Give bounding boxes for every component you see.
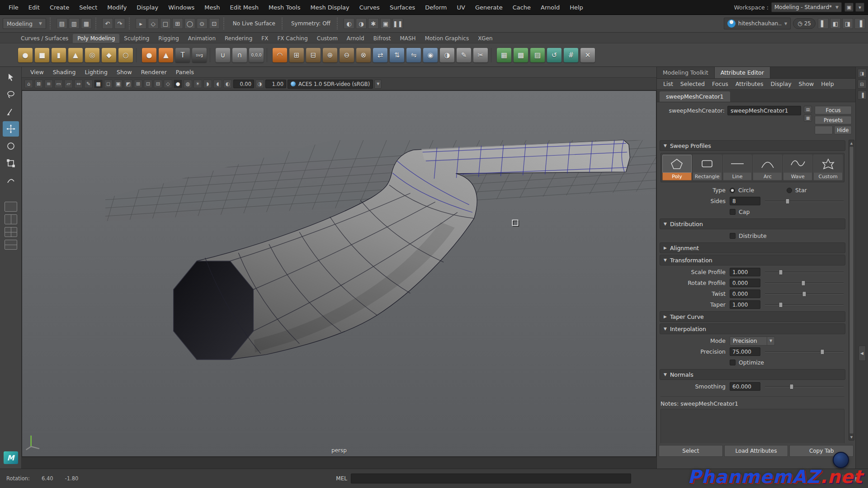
rotate-tool[interactable] xyxy=(3,138,19,154)
attribute-editor-menu-item[interactable]: Attributes xyxy=(732,81,767,87)
shelf-tab[interactable]: FX Caching xyxy=(273,34,312,43)
symmetry-dropdown[interactable]: Symmetry: Off xyxy=(288,20,333,27)
panel-menu-item[interactable]: View xyxy=(26,69,48,76)
shelf-tab[interactable]: Arnold xyxy=(342,34,369,43)
viewport-canvas[interactable]: persp xyxy=(22,90,656,457)
select-camera-icon[interactable]: ⌂ xyxy=(24,80,33,88)
poly-cube-icon[interactable]: ■ xyxy=(35,48,49,62)
footer-button[interactable]: Select xyxy=(659,445,723,457)
render-settings-icon[interactable]: ✱ xyxy=(368,18,379,29)
shelf-tab[interactable]: FX xyxy=(257,34,273,43)
cap-checkbox[interactable] xyxy=(730,209,736,215)
boolean-intersect-icon[interactable]: ⊗ xyxy=(356,48,371,62)
launch-render-view-icon[interactable]: ▣ xyxy=(380,18,391,29)
precision-field[interactable]: 75.000 xyxy=(730,347,760,356)
shelf-tab[interactable]: Custom xyxy=(312,34,342,43)
attribute-editor-scrollbar[interactable]: ▲ ▼ xyxy=(849,140,854,441)
type-circle-radio[interactable] xyxy=(730,188,735,193)
menubar-item[interactable]: Mesh Tools xyxy=(264,0,305,15)
gamma-icon[interactable]: ◑ xyxy=(255,80,264,88)
section-alignment[interactable]: ▶ Alignment xyxy=(660,242,845,253)
scale-tool[interactable] xyxy=(3,156,19,171)
type-tool-icon[interactable]: T xyxy=(175,48,190,62)
xray-icon[interactable]: ◖ xyxy=(213,80,222,88)
create-uvs-icon[interactable]: ▦ xyxy=(497,48,511,62)
edge-loop-icon[interactable]: ↺ xyxy=(547,48,561,62)
sweep-mesh-icon[interactable]: ◠ xyxy=(273,48,287,62)
render-current-frame-icon[interactable]: ◐ xyxy=(344,18,354,29)
field-chart-icon[interactable]: ⊞ xyxy=(134,80,142,88)
section-distribution[interactable]: ▼ Distribution xyxy=(660,218,845,229)
attribute-editor-menu-item[interactable]: List xyxy=(660,81,677,87)
persp-outliner-layout-button[interactable] xyxy=(5,240,17,250)
poly-sphere-icon[interactable]: ● xyxy=(18,48,33,62)
value-field[interactable]: 1.000 xyxy=(730,268,760,276)
value-slider[interactable] xyxy=(765,269,844,276)
camera-attributes-icon[interactable]: ≡ xyxy=(44,80,53,88)
colorspace-indicator[interactable]: ACES 1.0 SDR-video (sRGB) xyxy=(288,80,373,89)
snap-to-plane-icon[interactable]: ⊡ xyxy=(209,18,220,29)
pin-node-icon[interactable]: ▤ xyxy=(804,106,812,113)
scroll-down-icon[interactable]: ▼ xyxy=(849,434,854,440)
menubar-item[interactable]: Curves xyxy=(354,0,385,15)
open-scene-icon[interactable]: ▥ xyxy=(69,18,80,29)
shadows-icon[interactable]: ◗ xyxy=(203,80,212,88)
exposure-field[interactable]: 0.00 xyxy=(233,80,254,88)
symmetry-icon[interactable]: ⇋ xyxy=(406,48,421,62)
show-tool-settings-icon[interactable]: ⊟ xyxy=(858,80,867,89)
section-normals[interactable]: ▼ Normals xyxy=(660,369,845,380)
profile-wave-button[interactable]: Wave xyxy=(783,155,812,180)
resolution-gate-icon[interactable]: ▣ xyxy=(114,80,123,88)
menubar-item[interactable]: Edit Mesh xyxy=(225,0,264,15)
menubar-item[interactable]: Edit xyxy=(24,0,45,15)
smoothing-field[interactable]: 60.000 xyxy=(730,382,760,391)
shaded-mode-icon[interactable]: ● xyxy=(174,80,182,88)
menubar-item[interactable]: Display xyxy=(132,0,163,15)
cleanup-icon[interactable]: ✕ xyxy=(580,48,595,62)
poly-cone-icon[interactable]: ▲ xyxy=(68,48,83,62)
panel-menu-item[interactable]: Shading xyxy=(49,69,80,76)
snap-to-grid-icon[interactable]: ⊞ xyxy=(172,18,183,29)
four-pane-layout-button[interactable] xyxy=(5,227,17,237)
textured-mode-icon[interactable]: ◍ xyxy=(184,80,192,88)
quad-draw-icon[interactable]: ✎ xyxy=(457,48,471,62)
pause-viewport-icon[interactable]: ❚❚ xyxy=(392,18,403,29)
lattice-icon[interactable]: # xyxy=(564,48,578,62)
grease-pencil-icon[interactable]: ✎ xyxy=(84,80,93,88)
menubar-item[interactable]: Create xyxy=(45,0,74,15)
value-field[interactable]: 0.000 xyxy=(730,279,760,287)
hide-button[interactable]: Hide xyxy=(834,126,852,134)
save-scene-icon[interactable]: ▦ xyxy=(81,18,92,29)
shelf-icon[interactable] xyxy=(210,48,213,62)
paint-select-tool[interactable] xyxy=(3,104,19,119)
menubar-item[interactable]: Mesh Display xyxy=(305,0,354,15)
menubar-item[interactable]: Help xyxy=(565,0,588,15)
section-interpolation[interactable]: ▼ Interpolation xyxy=(660,323,845,334)
toggle-channel-box-icon[interactable]: ▐ xyxy=(854,18,865,29)
gamma-field[interactable]: 1.00 xyxy=(265,80,286,88)
single-pane-layout-button[interactable] xyxy=(5,202,17,212)
poly-plane-icon[interactable]: ◆ xyxy=(102,48,116,62)
lock-camera-icon[interactable]: ⊠ xyxy=(34,80,43,88)
sidebar-tab[interactable]: Modeling Toolkit xyxy=(657,67,715,78)
interpolation-mode-dropdown[interactable]: Precision ▼ xyxy=(730,336,775,346)
time-remaining-indicator[interactable]: ◷ 25 xyxy=(793,18,816,29)
value-slider[interactable] xyxy=(765,301,844,308)
scroll-up-icon[interactable]: ▲ xyxy=(849,140,854,146)
mel-label[interactable]: MEL xyxy=(336,475,347,482)
poly-torus-icon[interactable]: ◎ xyxy=(85,48,99,62)
node-name-field[interactable]: sweepMeshCreator1 xyxy=(727,106,801,115)
toggle-outliner-icon[interactable]: ▌ xyxy=(818,18,829,29)
svg-tool-icon[interactable]: svg xyxy=(192,48,207,62)
attribute-editor-menu-item[interactable]: Display xyxy=(767,81,795,87)
select-tool[interactable] xyxy=(3,70,19,85)
shelf-tab[interactable]: Bifrost xyxy=(369,34,396,43)
select-by-component-icon[interactable]: □ xyxy=(160,18,171,29)
attribute-editor-menu-item[interactable]: Selected xyxy=(677,81,708,87)
gate-mask-icon[interactable]: ◩ xyxy=(124,80,132,88)
bookmark-icon[interactable]: ▭ xyxy=(54,80,63,88)
workspace-dropdown[interactable]: Modeling - Standard* ▼ xyxy=(771,2,842,12)
combine-icon[interactable]: ⊞ xyxy=(289,48,304,62)
flip-icon[interactable]: ⇅ xyxy=(390,48,404,62)
menubar-item[interactable]: Generate xyxy=(470,0,508,15)
